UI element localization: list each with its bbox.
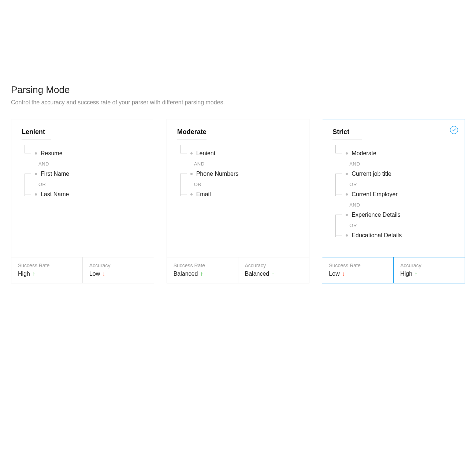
parsing-mode-card-strict[interactable]: StrictModerateANDCurrent job titleORCurr… [322, 119, 465, 283]
tree-node: Last Name [22, 189, 144, 200]
card-title: Moderate [177, 128, 207, 140]
accuracy-cell: AccuracyLow↓ [82, 257, 154, 283]
accuracy-label: Accuracy [89, 263, 147, 268]
arrow-up-icon: ↑ [414, 271, 417, 277]
tree-connector-icon [332, 209, 346, 220]
success-rate-label: Success Rate [329, 263, 387, 268]
tree-connector-icon [332, 168, 346, 179]
accuracy-value: Low↓ [89, 271, 147, 277]
tree-label: Experience Details [352, 212, 400, 218]
tree-connector-icon [177, 189, 190, 200]
tree-operator: AND [22, 159, 144, 168]
tree-node: Current job title [332, 168, 454, 179]
arrow-down-icon: ↓ [102, 271, 105, 277]
arrow-up-icon: ↑ [271, 271, 274, 277]
tree-dot-icon [35, 193, 37, 196]
success-rate-text: Low [329, 271, 339, 277]
tree-connector-icon [22, 189, 35, 200]
card-footer: Success RateBalanced↑AccuracyBalanced↑ [167, 257, 309, 283]
tree-label: Last Name [41, 191, 69, 198]
tree-node: Phone Numbers [177, 168, 299, 179]
tree-connector-icon [332, 230, 346, 241]
accuracy-cell: AccuracyBalanced↑ [238, 257, 309, 283]
tree-connector-icon [177, 168, 190, 179]
tree-dot-icon [35, 173, 37, 175]
tree-node: Educational Details [332, 230, 454, 241]
tree-dot-icon [346, 173, 348, 175]
success-rate-value: High↑ [18, 271, 76, 277]
tree-dot-icon [346, 152, 348, 155]
tree-operator: AND [332, 159, 454, 168]
tree-node: Current Employer [332, 189, 454, 200]
parsing-mode-card-lenient[interactable]: LenientResumeANDFirst NameORLast NameSuc… [11, 119, 154, 283]
tree-dot-icon [190, 193, 193, 196]
accuracy-label: Accuracy [400, 263, 458, 268]
tree-dot-icon [346, 234, 348, 237]
tree-connector-icon [332, 148, 346, 159]
accuracy-text: High [400, 271, 412, 277]
tree-dot-icon [190, 173, 193, 175]
tree-operator: OR [177, 179, 299, 189]
card-footer: Success RateHigh↑AccuracyLow↓ [11, 257, 154, 283]
tree-node: Email [177, 189, 299, 200]
arrow-down-icon: ↓ [342, 271, 345, 277]
tree-operator: AND [177, 159, 299, 168]
tree-dot-icon [35, 152, 37, 155]
success-rate-cell: Success RateLow↓ [322, 257, 393, 283]
tree-connector-icon [177, 148, 190, 159]
tree-label: Current job title [352, 171, 391, 177]
page-subtitle: Control the accuracy and success rate of… [11, 99, 465, 106]
tree-dot-icon [346, 214, 348, 216]
arrow-up-icon: ↑ [200, 271, 203, 277]
arrow-up-icon: ↑ [32, 271, 35, 277]
card-body: LenientResumeANDFirst NameORLast Name [11, 119, 154, 257]
tree-label: Moderate [352, 150, 376, 157]
accuracy-text: Balanced [245, 271, 269, 277]
tree-operator: OR [332, 220, 454, 230]
tree-connector-icon [332, 189, 346, 200]
success-rate-label: Success Rate [174, 263, 231, 268]
tree-node: Lenient [177, 148, 299, 159]
rule-tree: LenientANDPhone NumbersOREmail [177, 148, 299, 200]
parsing-mode-cards: LenientResumeANDFirst NameORLast NameSuc… [11, 119, 465, 283]
accuracy-cell: AccuracyHigh↑ [393, 257, 465, 283]
tree-operator: AND [332, 200, 454, 209]
tree-node: Moderate [332, 148, 454, 159]
tree-node: Resume [22, 148, 144, 159]
tree-dot-icon [190, 152, 193, 155]
rule-tree: ResumeANDFirst NameORLast Name [22, 148, 144, 200]
tree-label: Resume [41, 150, 63, 157]
tree-label: First Name [41, 171, 69, 177]
tree-label: Email [196, 191, 211, 198]
tree-node: First Name [22, 168, 144, 179]
parsing-mode-card-moderate[interactable]: ModerateLenientANDPhone NumbersOREmailSu… [167, 119, 310, 283]
card-title: Strict [332, 128, 362, 140]
tree-label: Phone Numbers [196, 171, 239, 177]
tree-connector-icon [22, 148, 35, 159]
success-rate-text: Balanced [174, 271, 198, 277]
success-rate-cell: Success RateHigh↑ [11, 257, 82, 283]
success-rate-cell: Success RateBalanced↑ [167, 257, 238, 283]
accuracy-text: Low [89, 271, 100, 277]
tree-label: Current Employer [352, 191, 397, 198]
card-title: Lenient [22, 128, 51, 140]
success-rate-value: Balanced↑ [174, 271, 231, 277]
card-body: ModerateLenientANDPhone NumbersOREmail [167, 119, 309, 257]
card-footer: Success RateLow↓AccuracyHigh↑ [322, 257, 465, 283]
accuracy-value: High↑ [400, 271, 458, 277]
tree-label: Educational Details [352, 232, 402, 239]
accuracy-label: Accuracy [245, 263, 303, 268]
success-rate-label: Success Rate [18, 263, 76, 268]
tree-operator: OR [332, 179, 454, 189]
tree-node: Experience Details [332, 209, 454, 220]
tree-label: Lenient [196, 150, 216, 157]
page-title: Parsing Mode [11, 84, 465, 96]
rule-tree: ModerateANDCurrent job titleORCurrent Em… [332, 148, 454, 241]
card-body: StrictModerateANDCurrent job titleORCurr… [322, 119, 465, 257]
accuracy-value: Balanced↑ [245, 271, 303, 277]
tree-operator: OR [22, 179, 144, 189]
tree-dot-icon [346, 193, 348, 196]
tree-connector-icon [22, 168, 35, 179]
selected-check-icon [450, 126, 458, 134]
success-rate-text: High [18, 271, 30, 277]
